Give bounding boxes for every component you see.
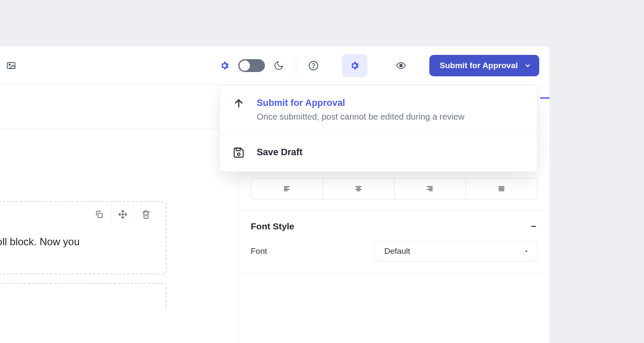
gear-icon[interactable] — [216, 57, 233, 74]
toggle-knob — [240, 60, 250, 71]
submit-button-label: Submit for Approval — [440, 61, 518, 70]
dropdown-submit-desc: Once submitted, post cannot be edited du… — [257, 110, 465, 123]
dropdown-save-body: Save Draft — [257, 146, 302, 159]
top-toolbar: Submit for Approval — [0, 46, 550, 85]
content-block[interactable]: eing the Poll block. Now you — [0, 201, 167, 274]
svg-point-5 — [313, 67, 314, 68]
add-block-area[interactable] — [0, 283, 167, 309]
svg-rect-8 — [236, 148, 240, 151]
svg-point-9 — [237, 153, 240, 156]
dropdown-save-title: Save Draft — [257, 146, 302, 159]
font-label: Font — [251, 247, 367, 256]
section-font-style: Font Style Font Default — [239, 211, 550, 273]
trash-icon[interactable] — [134, 205, 157, 224]
help-icon[interactable] — [305, 57, 322, 74]
font-select[interactable]: Default — [374, 241, 538, 262]
arrow-up-icon — [233, 96, 246, 111]
submit-split-button[interactable]: Submit for Approval — [429, 55, 539, 76]
alignment-group — [251, 178, 538, 199]
editor-divider — [0, 129, 238, 129]
align-right-icon[interactable] — [394, 178, 466, 199]
section-font-style-title: Font Style — [251, 221, 295, 232]
font-field: Font Default — [251, 241, 538, 262]
minus-icon — [530, 223, 538, 230]
submit-dropdown: Submit for Approval Once submitted, post… — [219, 85, 538, 172]
svg-point-4 — [309, 61, 318, 70]
caret-down-icon — [523, 248, 529, 254]
image-icon[interactable] — [3, 57, 20, 74]
section-font-style-header[interactable]: Font Style — [251, 221, 538, 232]
editor-area: eing the Poll block. Now you — [0, 85, 238, 343]
editor-window: Submit for Approval eing th — [0, 46, 550, 343]
theme-toggle[interactable] — [238, 59, 265, 72]
align-left-icon[interactable] — [251, 178, 322, 199]
moon-icon[interactable] — [270, 57, 287, 74]
preview-eye-icon[interactable] — [392, 57, 410, 74]
divider — [296, 57, 296, 74]
move-icon[interactable] — [111, 205, 134, 224]
svg-point-3 — [9, 64, 10, 65]
align-justify-icon[interactable] — [465, 178, 537, 199]
block-toolbar — [0, 202, 166, 227]
dropdown-submit-body: Submit for Approval Once submitted, post… — [257, 96, 465, 123]
settings-active-icon[interactable] — [342, 54, 368, 77]
svg-point-6 — [400, 64, 402, 67]
dropdown-save-item[interactable]: Save Draft — [220, 134, 537, 172]
align-center-icon[interactable] — [322, 178, 394, 199]
save-icon — [233, 146, 246, 160]
copy-icon[interactable] — [88, 205, 111, 224]
block-text[interactable]: eing the Poll block. Now you — [0, 227, 166, 274]
dropdown-submit-title: Submit for Approval — [257, 96, 465, 109]
font-select-value: Default — [384, 247, 410, 256]
svg-rect-2 — [7, 63, 15, 69]
svg-rect-7 — [98, 213, 102, 217]
dropdown-submit-item[interactable]: Submit for Approval Once submitted, post… — [220, 85, 537, 134]
chevron-down-icon — [524, 62, 532, 69]
